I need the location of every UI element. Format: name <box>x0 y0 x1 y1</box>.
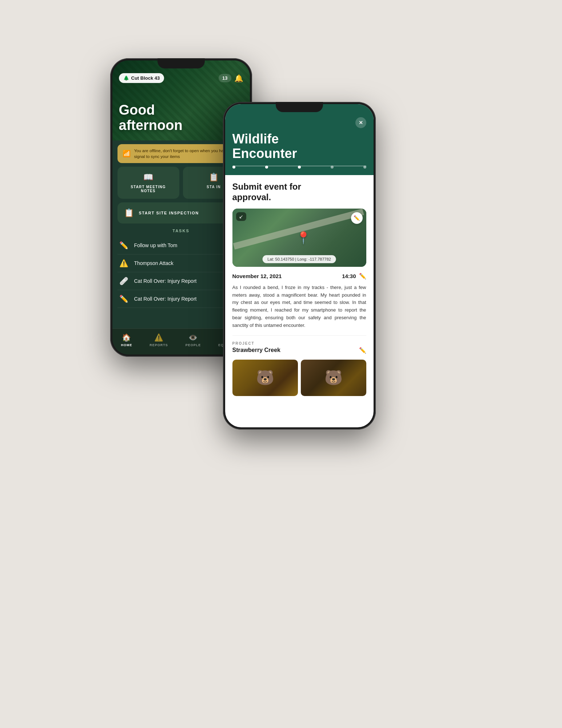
edit-icon-task1: ✏️ <box>119 241 129 250</box>
people-icon: 👁️ <box>188 333 198 342</box>
clipboard2-icon: 📋 <box>124 208 134 218</box>
bell-icon[interactable]: 🔔 <box>234 74 243 83</box>
home-label: HOME <box>121 343 132 347</box>
location-badge[interactable]: 🌲 Cut Block 43 <box>119 73 164 83</box>
people-label: PEOPLE <box>186 343 201 347</box>
nav-people[interactable]: 👁️ PEOPLE <box>186 333 201 347</box>
progress-dot-1 <box>232 166 235 169</box>
greeting-text: Goodafternoon <box>119 103 183 133</box>
meeting-notes-label: START MEETINGNOTES <box>131 185 166 193</box>
bear-image-2: 🐻 <box>301 360 366 396</box>
close-button[interactable]: ✕ <box>355 117 366 128</box>
task-label-cat-roll-2: Cat Roll Over: Injury Report <box>134 296 197 302</box>
event-date: November 12, 2021 <box>232 273 282 279</box>
bear-emoji-1: 🐻 <box>256 369 274 386</box>
bear-photo-1[interactable]: 🐻 <box>232 360 298 396</box>
site-inspect-label: START SITE INSPECTION <box>139 211 199 215</box>
meeting-notes-button[interactable]: 📖 START MEETINGNOTES <box>117 167 179 199</box>
front-phone-notch <box>276 102 323 112</box>
greeting: Goodafternoon <box>119 103 183 133</box>
front-topbar: ✕ <box>232 117 366 128</box>
photo-grid: 🐻 🐻 <box>232 360 366 396</box>
bear-image-1: 🐻 <box>232 360 298 396</box>
map-container: 📍 ↙ ✏️ Lat: 50.143750 | Long: -117.78778… <box>232 209 366 267</box>
progress-dot-4 <box>331 166 334 169</box>
top-bar: 🌲 Cut Block 43 13 🔔 <box>112 73 250 83</box>
project-name: Strawberry Creek <box>232 347 281 353</box>
home-icon: 🏠 <box>122 333 131 342</box>
project-edit-icon[interactable]: ✏️ <box>359 347 366 354</box>
reports-label: REPORTS <box>150 343 168 347</box>
map-offline-icon: ↙ <box>236 212 246 221</box>
wifi-off-icon: 📶 <box>123 150 131 158</box>
edit-icon-task4: ✏️ <box>119 294 129 303</box>
tree-icon: 🌲 <box>123 75 129 81</box>
event-time-area: 14:30 ✏️ <box>342 273 366 280</box>
progress-dot-5 <box>363 166 366 169</box>
time-edit-icon[interactable]: ✏️ <box>359 273 366 280</box>
event-time: 14:30 <box>342 273 356 279</box>
clipboard-icon: 📋 <box>209 173 219 182</box>
reports-icon: ⚠️ <box>154 333 163 342</box>
sta-in-label: STA IN <box>207 185 221 189</box>
map-background: 📍 ↙ ✏️ Lat: 50.143750 | Long: -117.78778… <box>232 209 366 267</box>
map-edit-button[interactable]: ✏️ <box>351 212 363 224</box>
nav-home[interactable]: 🏠 HOME <box>121 333 132 347</box>
notification-area: 13 🔔 <box>219 74 243 83</box>
task-label-cat-roll-1: Cat Roll Over: Injury Report <box>134 278 197 284</box>
task-label-follow-up: Follow up with Tom <box>134 242 178 248</box>
bear-photo-2[interactable]: 🐻 <box>301 360 366 396</box>
project-row: Strawberry Creek ✏️ <box>232 347 366 354</box>
event-description: As I rounded a bend, I froze in my track… <box>232 284 366 336</box>
book-icon: 📖 <box>143 173 153 182</box>
event-metadata: November 12, 2021 14:30 ✏️ <box>232 273 366 280</box>
task-label-thompson: Thompson Attack <box>134 260 174 266</box>
progress-dots <box>232 166 366 169</box>
project-label: PROJECT <box>232 341 366 345</box>
project-section: PROJECT Strawberry Creek ✏️ <box>232 341 366 354</box>
progress-dot-2 <box>265 166 268 169</box>
front-content: Submit event forapproval. 📍 ↙ ✏️ Lat: 50… <box>225 175 374 427</box>
front-header: ✕ WildlifeEncounter <box>225 104 374 175</box>
submit-heading: Submit event forapproval. <box>232 182 366 203</box>
injury-icon-task3: 🩹 <box>119 277 129 285</box>
progress-dot-3 <box>298 166 301 169</box>
front-phone-screen: ✕ WildlifeEncounter Submit event for <box>225 104 374 427</box>
map-pin: 📍 <box>296 231 311 245</box>
front-phone: ✕ WildlifeEncounter Submit event for <box>223 102 376 430</box>
notification-count[interactable]: 13 <box>219 74 231 82</box>
coordinates-badge: Lat: 50.143750 | Long: -117.787782 <box>262 255 336 263</box>
warning-icon-task2: ⚠️ <box>119 259 129 268</box>
back-phone-notch <box>158 58 205 68</box>
location-label: Cut Block 43 <box>131 75 160 81</box>
wildlife-title: WildlifeEncounter <box>232 132 366 161</box>
bear-emoji-2: 🐻 <box>324 369 343 386</box>
progress-bar <box>232 166 366 168</box>
nav-reports[interactable]: ⚠️ REPORTS <box>150 333 168 347</box>
